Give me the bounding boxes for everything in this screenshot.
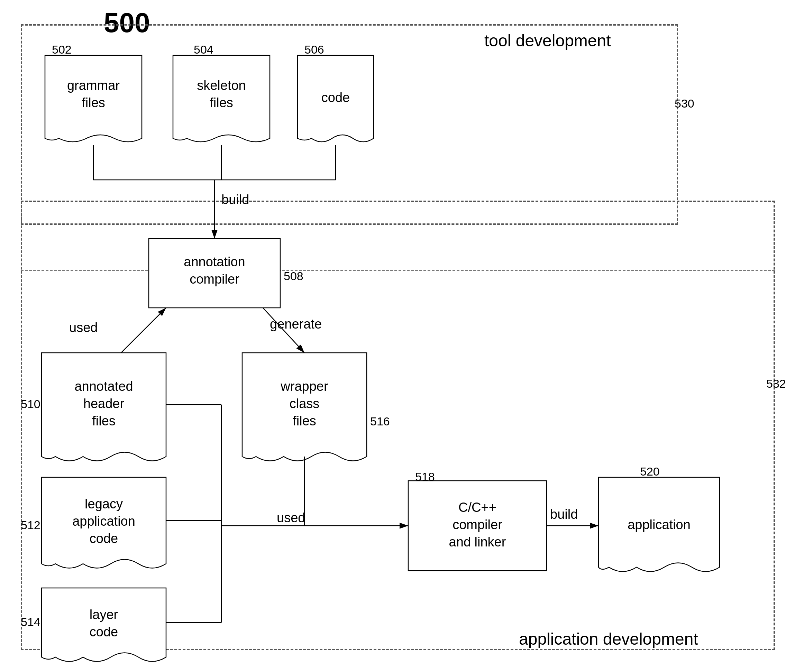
divider-line	[21, 270, 775, 271]
tool-development-label: tool development	[484, 31, 611, 50]
app-development-region	[21, 201, 775, 650]
tool-development-region	[21, 24, 678, 225]
ref-532: 532	[766, 377, 786, 390]
application-development-label: application development	[519, 629, 698, 648]
ref-530: 530	[675, 97, 694, 110]
diagram-container: 500 tool development 530 application dev…	[0, 0, 795, 672]
